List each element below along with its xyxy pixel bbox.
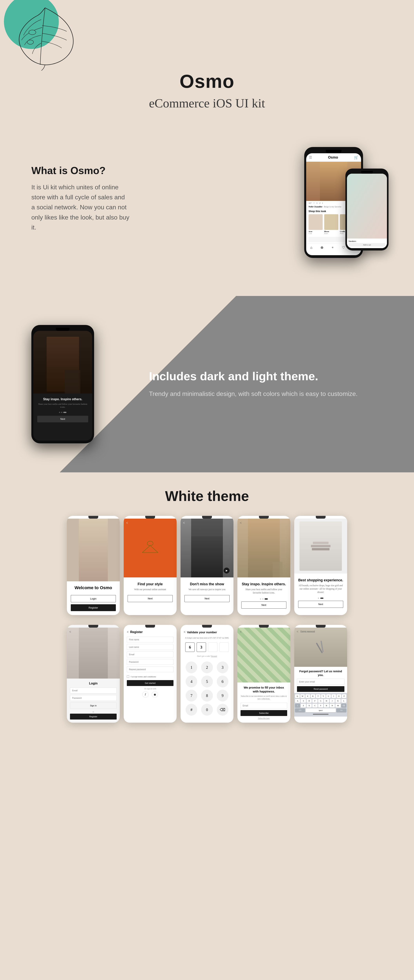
otp-box-2[interactable]: 3 xyxy=(197,643,206,652)
otp-box-1[interactable]: 6 xyxy=(185,643,195,652)
num-hash[interactable]: # xyxy=(186,704,197,716)
num-backspace[interactable]: ⌫ xyxy=(217,704,228,716)
signin-btn[interactable]: Sign in xyxy=(70,702,117,709)
login-back-btn[interactable]: < xyxy=(69,630,71,634)
key-c[interactable]: C xyxy=(312,704,317,708)
subscribe-email-input[interactable] xyxy=(240,703,287,708)
dont-miss-next-btn[interactable]: Next xyxy=(185,595,229,602)
subscribe-btn[interactable]: Subscribe xyxy=(240,710,287,716)
key-w[interactable]: W xyxy=(300,694,305,698)
shop-item-0[interactable]: Acne Coat xyxy=(309,214,323,234)
key-d[interactable]: D xyxy=(307,699,312,703)
home-nav-icon[interactable]: ⌂ xyxy=(310,246,312,250)
key-j[interactable]: J xyxy=(330,699,335,703)
shop-item-1[interactable]: Bloom Pants xyxy=(324,214,338,234)
key-p[interactable]: P xyxy=(342,694,347,698)
plus-nav-icon[interactable]: + xyxy=(332,246,334,250)
num-3[interactable]: 3 xyxy=(217,662,228,673)
resend-link[interactable]: Resend xyxy=(211,655,217,657)
dark-next-btn[interactable]: Next xyxy=(37,416,88,422)
register-back-btn[interactable]: < xyxy=(127,630,129,634)
otp-box-3[interactable] xyxy=(208,643,217,652)
key-g[interactable]: G xyxy=(318,699,323,703)
login-register-btn[interactable]: Register xyxy=(70,714,117,719)
key-x[interactable]: X xyxy=(307,704,312,708)
validate-back-btn[interactable]: < xyxy=(184,630,185,634)
register-password[interactable] xyxy=(127,659,174,665)
key-n[interactable]: N xyxy=(330,704,335,708)
subscribe-content: We promise to fill your inbox with happi… xyxy=(237,682,290,722)
register-lastname[interactable] xyxy=(127,644,174,650)
key-u[interactable]: U xyxy=(326,694,331,698)
instagram-icon[interactable]: ◉ xyxy=(152,691,158,698)
key-a[interactable]: A xyxy=(295,699,300,703)
num-6[interactable]: 6 xyxy=(217,676,228,687)
facebook-icon[interactable]: ƒ xyxy=(142,691,148,698)
key-123[interactable]: 123 xyxy=(295,708,305,712)
get-started-btn[interactable]: Get started xyxy=(127,680,174,686)
key-z[interactable]: Z xyxy=(301,704,306,708)
key-backspace[interactable]: ⌫ xyxy=(341,704,346,708)
key-o[interactable]: O xyxy=(337,694,341,698)
key-r[interactable]: R xyxy=(311,694,315,698)
key-space[interactable]: space xyxy=(306,708,336,712)
reset-password-btn[interactable]: Reset password xyxy=(297,686,344,692)
key-k[interactable]: K xyxy=(335,699,341,703)
register-firstname[interactable] xyxy=(127,636,174,643)
key-m[interactable]: M xyxy=(335,704,341,708)
play-btn[interactable]: ▶ xyxy=(224,568,229,573)
key-y[interactable]: Y xyxy=(321,694,326,698)
dark-text-area: Includes dark and light theme. Trendy an… xyxy=(110,369,383,399)
subscribe-later-link[interactable]: Subscribe later xyxy=(240,717,287,719)
forgot-back-btn[interactable]: < xyxy=(296,630,298,633)
dot-3 xyxy=(264,598,268,600)
brand-name: Osmo xyxy=(0,70,414,92)
key-v[interactable]: V xyxy=(318,704,323,708)
white-theme-section: White theme Welcome to Osmo Login Regist… xyxy=(0,473,414,742)
num-1[interactable]: 1 xyxy=(186,662,197,673)
key-h[interactable]: H xyxy=(324,699,329,703)
register-email[interactable] xyxy=(127,652,174,657)
num-8[interactable]: 8 xyxy=(201,690,213,702)
find-style-next-btn[interactable]: Next xyxy=(127,595,173,602)
search-nav-icon[interactable]: ⊕ xyxy=(320,245,323,250)
share-count: 1 xyxy=(322,202,323,204)
forgot-link-text[interactable]: Forgot password xyxy=(301,630,315,632)
register-repeat-password[interactable] xyxy=(127,667,174,672)
key-i[interactable]: I xyxy=(331,694,336,698)
key-l[interactable]: L xyxy=(341,699,346,703)
key-s[interactable]: S xyxy=(301,699,306,703)
shopping-next-btn[interactable]: Next xyxy=(298,601,343,608)
login-button[interactable]: Login xyxy=(71,595,116,602)
key-go[interactable]: Go xyxy=(336,708,346,712)
inspo-next-btn[interactable]: Next xyxy=(241,601,287,609)
login-screen: < Login Sign in or Register xyxy=(67,625,120,723)
num-0[interactable]: 0 xyxy=(201,704,213,716)
post-count: 327 xyxy=(309,202,312,204)
login-email-input[interactable] xyxy=(70,687,117,694)
find-style-back[interactable]: < xyxy=(126,521,128,525)
key-e[interactable]: E xyxy=(306,694,310,698)
key-q[interactable]: Q xyxy=(295,694,300,698)
subscribe-back-btn[interactable]: < xyxy=(240,630,242,634)
num-2[interactable]: 2 xyxy=(201,662,213,673)
login-password-input[interactable] xyxy=(70,695,117,701)
key-f[interactable]: F xyxy=(312,699,317,703)
num-5[interactable]: 5 xyxy=(201,676,213,687)
welcome-content: Welcome to Osmo Login Register xyxy=(67,581,120,615)
forgot-email-input[interactable] xyxy=(297,679,344,685)
show-back[interactable]: < xyxy=(183,521,185,525)
dark-phone-frame: Stay inspo. Inspire others. Share your b… xyxy=(31,325,94,443)
num-9[interactable]: 9 xyxy=(217,690,228,702)
add-btn[interactable]: Add to cart xyxy=(349,243,385,247)
key-b[interactable]: B xyxy=(324,704,329,708)
otp-box-4[interactable] xyxy=(219,643,229,652)
key-shift[interactable]: ⇧ xyxy=(295,704,300,708)
terms-checkbox[interactable] xyxy=(127,675,129,678)
num-7[interactable]: 7 xyxy=(186,690,197,702)
register-button[interactable]: Register xyxy=(71,604,116,611)
heart-nav-icon[interactable]: ♡ xyxy=(342,245,345,250)
num-4[interactable]: 4 xyxy=(186,676,197,687)
inspo-back[interactable]: < xyxy=(240,521,242,525)
key-t[interactable]: T xyxy=(316,694,320,698)
